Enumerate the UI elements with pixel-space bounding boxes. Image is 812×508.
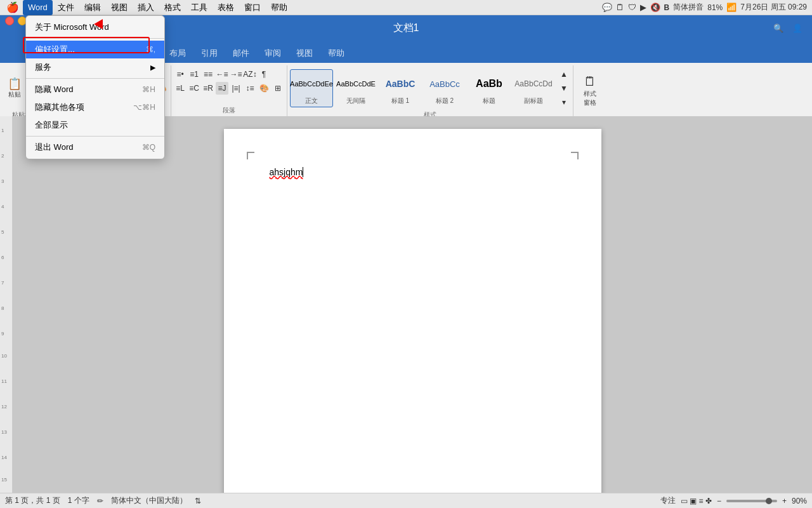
menu-quit-shortcut: ⌘Q (142, 143, 155, 152)
paste-button[interactable]: 📋 粘贴 (5, 77, 24, 100)
menubar-help[interactable]: 帮助 (266, 0, 292, 15)
tab-review[interactable]: 审阅 (257, 44, 289, 63)
text-cursor (303, 167, 303, 177)
zoom-slider[interactable] (726, 500, 777, 502)
menubar-edit[interactable]: 编辑 (79, 0, 106, 15)
show-marks-button[interactable]: ¶ (258, 68, 270, 81)
document-content[interactable]: ahsjqhm (270, 167, 563, 177)
menu-preferences[interactable]: 偏好设置... ⌘, (26, 41, 164, 58)
tab-references[interactable]: 引用 (193, 44, 225, 63)
document-area[interactable]: ahsjqhm (13, 116, 812, 493)
apple-menu[interactable]: 🍎 (5, 0, 20, 15)
page-corner-tl (247, 152, 254, 159)
style-no-spacing[interactable]: AaBbCcDdE 无间隔 (334, 69, 377, 107)
menu-services[interactable]: 服务 ▶ (26, 58, 164, 76)
style-gallery: AaBbCcDdEe 正文 AaBbCcDdE 无间隔 AaBbC 标题 1 A… (290, 69, 555, 107)
menu-divider-2 (26, 78, 164, 79)
svg-text:10: 10 (1, 353, 7, 359)
menubar-tools[interactable]: 工具 (186, 0, 213, 15)
svg-text:9: 9 (1, 331, 4, 337)
menu-services-arrow: ▶ (150, 64, 155, 72)
decrease-indent-button[interactable]: ←≡ (216, 68, 228, 81)
menubar-format[interactable]: 格式 (159, 0, 186, 15)
menubar-table[interactable]: 表格 (213, 0, 239, 15)
layout-icon: ⇅ (195, 497, 201, 505)
svg-text:4: 4 (1, 204, 4, 210)
paragraph-group: ≡• ≡1 ≡≡ ←≡ →≡ AZ↕ ¶ ≡L ≡C ≡R ≡J |≡| ↕≡ … (171, 65, 287, 116)
tab-layout[interactable]: 布局 (162, 44, 193, 63)
numbering-button[interactable]: ≡1 (188, 68, 200, 81)
borders-button[interactable]: ⊞ (272, 82, 284, 95)
tab-help[interactable]: 帮助 (320, 44, 352, 63)
paragraph-group-label: 段落 (174, 104, 284, 116)
styles-scroll-up[interactable]: ▲ (558, 68, 570, 81)
menubar-word[interactable]: Word (23, 0, 53, 15)
zoom-in-button[interactable]: + (782, 497, 787, 505)
vertical-ruler: 1 2 3 4 5 6 7 8 9 10 11 12 13 14 15 (0, 116, 13, 493)
style-pane-group: 🗒 样式窗格 (573, 65, 606, 116)
zoom-out-button[interactable]: − (717, 497, 721, 505)
svg-text:6: 6 (1, 255, 4, 260)
document-page[interactable]: ahsjqhm (224, 129, 601, 493)
distribute-button[interactable]: |≡| (230, 82, 242, 95)
tab-view[interactable]: 视图 (289, 44, 320, 63)
sort-button[interactable]: AZ↕ (244, 68, 256, 81)
multilevel-button[interactable]: ≡≡ (202, 68, 214, 81)
close-button[interactable] (5, 17, 14, 25)
red-arrow-indicator (94, 19, 103, 29)
zoom-thumb (766, 498, 772, 504)
menu-show-all[interactable]: 全部显示 (26, 116, 164, 134)
styles-group: AaBbCcDdEe 正文 AaBbCcDdE 无间隔 AaBbC 标题 1 A… (287, 65, 573, 116)
svg-text:13: 13 (1, 429, 7, 435)
search-button[interactable]: 🔍 (771, 21, 785, 35)
page-corner-tr (571, 152, 579, 159)
style-normal[interactable]: AaBbCcDdEe 正文 (290, 69, 333, 107)
svg-text:11: 11 (1, 378, 7, 384)
datetime: 7月26日 周五 09:29 (740, 2, 807, 13)
svg-text:5: 5 (1, 229, 4, 235)
menu-quit-word[interactable]: 退出 Word ⌘Q (26, 138, 164, 156)
focus-mode-button[interactable]: 专注 (660, 495, 676, 506)
menubar-right: 💬 🗒 🛡 ▶ 🔇 B 简体拼音 81% 📶 7月26日 周五 09:29 (602, 2, 807, 13)
status-bar: 第 1 页，共 1 页 1 个字 ✏ 简体中文（中国大陆） ⇅ 专注 ▭ ▣ ≡… (0, 493, 812, 508)
menubar-window[interactable]: 窗口 (239, 0, 266, 15)
style-heading1[interactable]: AaBbC 标题 1 (379, 69, 422, 107)
menu-divider-3 (26, 136, 164, 137)
style-subtitle[interactable]: AaBbCcDd 副标题 (512, 69, 555, 107)
menubar-view[interactable]: 视图 (106, 0, 133, 15)
keyboard-layout[interactable]: 简体拼音 (673, 2, 704, 13)
increase-indent-button[interactable]: →≡ (230, 68, 242, 81)
mute-icon: 🔇 (650, 3, 660, 12)
menu-hide-word[interactable]: 隐藏 Word ⌘H (26, 81, 164, 98)
justify-button[interactable]: ≡J (216, 82, 228, 95)
align-center-button[interactable]: ≡C (188, 82, 200, 95)
mac-menubar: 🍎 Word 文件 编辑 视图 插入 格式 工具 表格 窗口 帮助 💬 🗒 🛡 … (0, 0, 812, 15)
bullets-button[interactable]: ≡• (174, 68, 187, 81)
menu-hide-others[interactable]: 隐藏其他各项 ⌥⌘H (26, 98, 164, 116)
menu-divider-1 (26, 38, 164, 39)
align-left-button[interactable]: ≡L (174, 82, 187, 95)
menubar-insert[interactable]: 插入 (133, 0, 159, 15)
shield-icon: 🛡 (628, 3, 636, 12)
styles-more[interactable]: ▾ (558, 96, 570, 109)
styles-scroll-down[interactable]: ▼ (558, 82, 570, 95)
svg-text:2: 2 (1, 153, 4, 159)
language-info: 简体中文（中国大陆） (111, 495, 187, 506)
word-dropdown-menu: 关于 Microsoft Word 偏好设置... ⌘, 服务 ▶ 隐藏 Wor… (25, 15, 165, 159)
menubar-file[interactable]: 文件 (53, 0, 79, 15)
wifi-icon: 📶 (726, 3, 737, 12)
menu-hide-shortcut: ⌘H (142, 85, 155, 94)
line-spacing-button[interactable]: ↕≡ (244, 82, 256, 95)
style-title[interactable]: AaBb 标题 (468, 69, 511, 107)
tab-mail[interactable]: 邮件 (225, 44, 257, 63)
style-pane-button[interactable]: 🗒 样式窗格 (576, 73, 604, 109)
zoom-level: 90% (792, 497, 807, 505)
shading-button[interactable]: 🎨 (258, 82, 270, 95)
svg-text:1: 1 (1, 128, 4, 133)
svg-text:15: 15 (1, 477, 7, 483)
align-right-button[interactable]: ≡R (202, 82, 214, 95)
word-count: 1 个字 (68, 495, 89, 506)
share-button[interactable]: 👤 (790, 21, 804, 35)
style-heading2[interactable]: AaBbCc 标题 2 (423, 69, 466, 107)
play-icon: ▶ (640, 3, 646, 12)
